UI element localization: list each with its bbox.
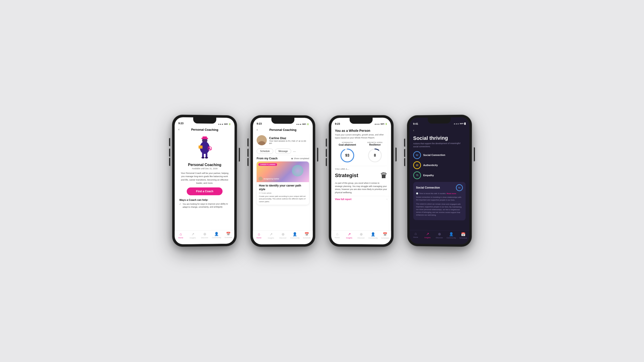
card-assigned-2: Assigned by Carline	[258, 177, 279, 181]
p2-back-button[interactable]: ‹	[257, 128, 258, 132]
view-report-link[interactable]: View full report	[335, 198, 352, 200]
p4-back-button[interactable]: ‹	[410, 126, 470, 134]
coach-illustration	[193, 136, 216, 161]
read-more-link[interactable]: Read more	[447, 192, 456, 194]
p4-item-1[interactable]: 52 Social Connection	[413, 151, 466, 159]
strength-metric: STRENGTH Goal attainment 93	[335, 142, 360, 164]
nav-schedule-3[interactable]: 📅 Schedule	[379, 232, 391, 239]
nav-discover-1[interactable]: ⊕ Discover	[199, 232, 211, 239]
growth-metric: GROWTH AREA Resilience 8	[362, 142, 387, 164]
time-1: 9:23	[178, 122, 183, 125]
from-coach-title: From my Coach	[257, 157, 278, 160]
nav-home-2[interactable]: ⌂ Home	[253, 232, 265, 239]
ways-item-text-1: You are looking for ways to improve your…	[182, 202, 230, 208]
community-label-4: Community	[447, 237, 456, 239]
p1-back-button[interactable]: ‹	[178, 128, 180, 131]
nav-insights-2[interactable]: ↗ Insights	[265, 232, 277, 239]
nav-insights-4[interactable]: ↗ Insights	[422, 232, 434, 239]
strength-circle: 93	[339, 148, 355, 164]
home-label-1: Home	[178, 237, 183, 239]
show-completed-2[interactable]: ◉ Show completed	[291, 157, 309, 160]
nav-community-4[interactable]: 👤 Community	[445, 232, 457, 239]
p2-from-coach: From my Coach ◉ Show completed	[253, 156, 313, 162]
community-icon-2: 👤	[292, 232, 297, 236]
nav-schedule-4[interactable]: 📅 Schedule	[457, 232, 469, 239]
p1-header: ‹ Personal Coaching	[174, 126, 234, 134]
coach-name-2: Carline Diaz	[269, 136, 309, 140]
nav-home-4[interactable]: ⌂ Home	[410, 232, 422, 238]
card-meta-2: ☐ 5-min article	[259, 192, 307, 194]
community-icon-1: 👤	[214, 232, 219, 236]
growth-circle: 8	[367, 148, 383, 164]
schedule-icon-3: 📅	[383, 232, 387, 236]
insights-label-2: Insights	[268, 237, 274, 239]
signal-icon-4: ▲▲▲	[454, 122, 459, 125]
p4-subtitle: Actions that support the development of …	[410, 142, 469, 151]
discover-icon-1: ⊕	[203, 232, 206, 236]
nav-insights-3[interactable]: ↗ Insights	[343, 232, 355, 239]
notch-3	[350, 118, 372, 124]
battery-icon-4: █	[464, 122, 466, 125]
social-connection-label: Social Connection	[423, 154, 445, 156]
p4-detail-header: Social Connection 52	[416, 184, 463, 191]
schedule-icon-2: 📅	[304, 232, 309, 236]
card-desc-2: Create your career path according to you…	[259, 195, 307, 203]
p1-header-title: Personal Coaching	[191, 128, 218, 131]
assigned-text: Assigned by Carline	[264, 178, 279, 180]
chevron-right-icon: ›	[386, 198, 387, 201]
growth-type: GROWTH AREA	[367, 142, 383, 144]
svg-point-10	[205, 157, 208, 159]
home-label-4: Home	[413, 236, 418, 238]
article-icon: ☐	[259, 192, 260, 194]
discover-icon-3: ⊕	[360, 232, 363, 236]
svg-point-14	[292, 165, 303, 176]
nav-discover-2[interactable]: ⊕ Discover	[277, 232, 289, 239]
strength-name: Goal attainment	[338, 144, 356, 146]
home-icon-3: ⌂	[336, 232, 338, 236]
ways-item-1: ✓ You are looking for ways to improve yo…	[180, 202, 230, 208]
check-icon: ✓	[180, 203, 181, 205]
insights-icon-3: ↗	[348, 232, 351, 236]
nav-community-1[interactable]: 👤 Community	[211, 232, 223, 239]
home-icon-2: ⌂	[258, 232, 260, 236]
empathy-circle: 75	[413, 171, 421, 179]
authenticity-label: Authenticity	[423, 164, 438, 166]
schedule-button-2[interactable]: Schedule	[257, 148, 273, 154]
view-report-row[interactable]: View full report ›	[331, 196, 391, 202]
nav-discover-3[interactable]: ⊕ Discover	[355, 232, 367, 239]
nav-community-3[interactable]: 👤 Community	[367, 232, 379, 239]
community-label-1: Community	[212, 236, 221, 238]
signal-icon: ▲▲▲	[218, 123, 224, 125]
insights-icon-4: ↗	[426, 232, 429, 236]
p1-coach-title: Personal Coaching	[188, 163, 221, 167]
p2-card[interactable]: CAREER PLANNING Assigned by Carline	[257, 162, 309, 205]
nav-discover-4[interactable]: ⊕ Discover	[433, 232, 445, 239]
more-button-2[interactable]: ···	[293, 150, 296, 153]
p2-coach-info: Carline Diaz Your next session is Fri, F…	[269, 136, 309, 144]
p4-item-2[interactable]: 22 Authenticity	[413, 161, 466, 169]
coach-avatar-2	[257, 135, 267, 145]
insights-label-4: Insights	[424, 236, 430, 238]
nav-community-2[interactable]: 👤 Community	[289, 232, 301, 239]
nav-schedule-1[interactable]: 📅 Schedule	[222, 232, 234, 238]
p1-description: Your Personal Coach will be your partner…	[174, 170, 234, 186]
p4-item-3[interactable]: 75 Empathy	[413, 171, 466, 179]
discover-label-4: Discover	[436, 237, 443, 239]
wifi-icon-4: WiFi	[460, 122, 464, 125]
home-label-2: Home	[256, 237, 261, 239]
nav-schedule-2[interactable]: 📅 Schedule	[301, 232, 313, 239]
nav-home-3[interactable]: ⌂ Home	[331, 232, 343, 239]
find-coach-button[interactable]: Find a Coach	[187, 188, 222, 195]
phones-container: 9:23 ▲▲▲ WiFi 🔋 ‹ Personal Coaching	[159, 102, 485, 260]
card-image-2: CAREER PLANNING Assigned by Carline	[257, 162, 309, 182]
p3-section-title: You as a Whole Person	[331, 126, 391, 134]
battery-icon-2: 🔋	[307, 123, 309, 125]
nav-home-1[interactable]: ⌂ Home	[175, 232, 187, 239]
empathy-label: Empathy	[423, 174, 434, 177]
social-connection-circle: 52	[413, 151, 421, 159]
authenticity-circle: 22	[413, 161, 421, 169]
p1-bottom-nav: ⌂ Home ↗ Insights ⊕ Discover 👤	[175, 230, 234, 244]
home-icon-4: ⌂	[414, 232, 417, 236]
message-button-2[interactable]: Message	[275, 148, 292, 154]
nav-insights-1[interactable]: ↗ Insights	[187, 232, 199, 239]
